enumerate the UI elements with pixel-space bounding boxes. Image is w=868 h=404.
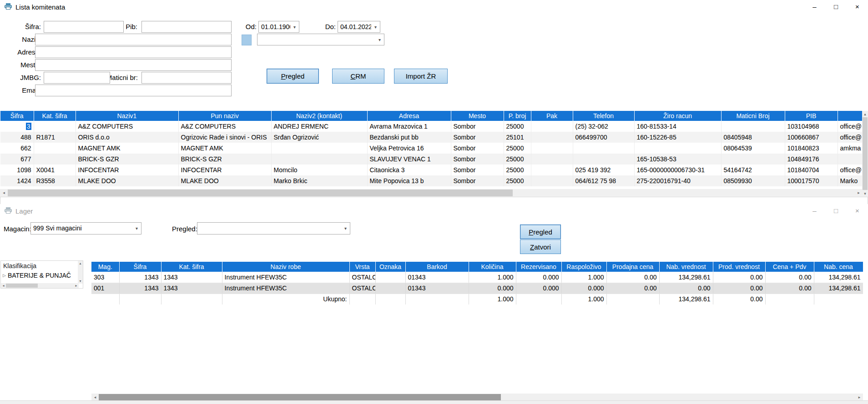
zatvori-button[interactable]: Zatvori bbox=[520, 239, 561, 254]
cell[interactable]: office@ bbox=[838, 165, 863, 175]
cell[interactable]: 677 bbox=[0, 154, 34, 165]
cell[interactable]: Sombor bbox=[451, 132, 504, 143]
column-header[interactable]: Nab. cena bbox=[814, 262, 863, 272]
cell[interactable] bbox=[634, 143, 721, 154]
column-header[interactable]: Nab. vrednost bbox=[659, 262, 713, 272]
vertical-scrollbar[interactable]: ▴ ▾ bbox=[862, 111, 868, 197]
cell[interactable] bbox=[34, 154, 76, 165]
column-header[interactable]: Prodajna cena bbox=[606, 262, 659, 272]
komitent-row[interactable]: 1424R3558MLAKE DOOMLAKE DOOMarko BrkicMi… bbox=[0, 175, 863, 186]
column-header[interactable]: Telefon bbox=[573, 111, 634, 121]
cell[interactable]: Marko Brkic bbox=[271, 175, 367, 186]
scroll-left-icon[interactable]: ◂ bbox=[1, 283, 6, 288]
naziv-input[interactable] bbox=[35, 34, 232, 45]
cell[interactable] bbox=[531, 175, 573, 186]
column-header[interactable]: Količina bbox=[469, 262, 516, 272]
cell[interactable]: Bezdanski put bb bbox=[367, 132, 451, 143]
cell[interactable]: 134,298.61 bbox=[814, 283, 863, 294]
cell[interactable]: INFOCENTAR bbox=[76, 165, 178, 175]
pib-input[interactable] bbox=[141, 21, 232, 33]
scroll-right-icon[interactable]: ▸ bbox=[855, 189, 863, 197]
cell[interactable]: Ogrizovic Rade i sinovi - ORIS bbox=[178, 132, 271, 143]
cell[interactable]: MAGNET AMK bbox=[178, 143, 271, 154]
cell[interactable]: Mite Popovica 13 b bbox=[367, 175, 451, 186]
cell[interactable]: MAGNET AMK bbox=[76, 143, 178, 154]
cell[interactable]: 1424 bbox=[0, 175, 34, 186]
column-header[interactable]: Kat. šifra bbox=[161, 262, 222, 272]
cell[interactable]: 001 bbox=[91, 283, 119, 294]
cell[interactable]: 160-15226-85 bbox=[634, 132, 721, 143]
cell[interactable]: 1098 bbox=[0, 165, 34, 175]
cell[interactable]: 08405948 bbox=[721, 132, 785, 143]
cell[interactable]: Citaonicka 3 bbox=[367, 165, 451, 175]
chevron-down-icon[interactable]: ▾ bbox=[132, 223, 141, 234]
horizontal-scrollbar[interactable]: ◂ ▸ bbox=[1, 283, 79, 288]
cell[interactable] bbox=[34, 121, 76, 132]
scroll-down-icon[interactable]: ▾ bbox=[862, 190, 868, 197]
chevron-down-icon[interactable]: ▾ bbox=[371, 21, 380, 32]
cell[interactable]: Sombor bbox=[451, 165, 504, 175]
chevron-down-icon[interactable]: ▾ bbox=[341, 223, 350, 234]
cell[interactable]: 54164742 bbox=[721, 165, 785, 175]
cell[interactable]: 0.00 bbox=[659, 283, 713, 294]
cell[interactable]: 25000 bbox=[504, 121, 531, 132]
tree-expand-icon[interactable]: ▷ bbox=[3, 273, 6, 278]
chevron-down-icon[interactable]: ▾ bbox=[375, 34, 384, 45]
lager-row[interactable]: 30313431343Instrument HFEW35COSTALO01343… bbox=[91, 272, 863, 283]
column-header[interactable]: Raspoloživo bbox=[561, 262, 606, 272]
minimize-icon[interactable]: – bbox=[804, 0, 825, 14]
cell[interactable]: Sombor bbox=[451, 121, 504, 132]
cell[interactable]: 165-10538-53 bbox=[634, 154, 721, 165]
naziv-filter-button[interactable] bbox=[242, 35, 252, 45]
close-icon[interactable]: × bbox=[847, 204, 868, 218]
cell[interactable]: 066499700 bbox=[573, 132, 634, 143]
cell[interactable]: 134,298.61 bbox=[814, 272, 863, 283]
cell[interactable] bbox=[34, 143, 76, 154]
maticni-input[interactable] bbox=[141, 72, 232, 84]
cell[interactable]: BRICK-S GZR bbox=[76, 154, 178, 165]
cell[interactable]: 064/612 75 98 bbox=[573, 175, 634, 186]
scrollbar-thumb[interactable] bbox=[8, 190, 513, 196]
column-header[interactable]: Šifra bbox=[119, 262, 161, 272]
cell[interactable]: Sombor bbox=[451, 175, 504, 186]
column-header[interactable]: Mag. bbox=[91, 262, 119, 272]
scrollbar-thumb[interactable] bbox=[99, 394, 501, 400]
komitent-row[interactable]: 488R1871ORIS d.o.oOgrizovic Rade i sinov… bbox=[0, 132, 863, 143]
cell[interactable] bbox=[531, 165, 573, 175]
cell[interactable]: 25000 bbox=[504, 143, 531, 154]
do-date-picker[interactable]: 04.01.2022 ▾ bbox=[338, 21, 380, 33]
column-header[interactable]: Kat. šifra bbox=[34, 111, 76, 121]
horizontal-scrollbar[interactable]: ◂ ▸ bbox=[0, 189, 863, 197]
cell[interactable]: 488 bbox=[0, 132, 34, 143]
column-header[interactable]: Mesto bbox=[451, 111, 504, 121]
cell[interactable]: 1343 bbox=[161, 283, 222, 294]
column-header[interactable] bbox=[838, 111, 863, 121]
column-header[interactable]: Šifra bbox=[0, 111, 34, 121]
cell[interactable] bbox=[375, 283, 405, 294]
cell[interactable]: OSTALO bbox=[349, 283, 375, 294]
crm-button[interactable]: CRM bbox=[332, 69, 384, 84]
cell[interactable]: 100660867 bbox=[785, 132, 838, 143]
scroll-right-icon[interactable]: ▸ bbox=[74, 283, 79, 288]
vertical-scrollbar[interactable]: ▴ ▾ bbox=[78, 261, 83, 284]
cell[interactable]: 01343 bbox=[405, 283, 469, 294]
maximize-icon[interactable]: □ bbox=[825, 0, 847, 14]
column-header[interactable]: Rezervisano bbox=[516, 262, 561, 272]
komitent-row[interactable]: 677BRICK-S GZRBRICK-S GZRSLAVUJEV VENAC … bbox=[0, 154, 863, 165]
cell[interactable]: 0.00 bbox=[765, 283, 814, 294]
cell[interactable]: 25000 bbox=[504, 154, 531, 165]
cell[interactable]: Srđan Ogrizović bbox=[271, 132, 367, 143]
cell[interactable]: 25000 bbox=[504, 175, 531, 186]
cell[interactable]: office@ bbox=[838, 121, 863, 132]
cell[interactable]: A&Z COMPUTERS bbox=[178, 121, 271, 132]
cell[interactable]: 025 419 392 bbox=[573, 165, 634, 175]
sifra-input[interactable] bbox=[44, 21, 124, 33]
cell[interactable]: 0.00 bbox=[713, 272, 765, 283]
cell[interactable]: ORIS d.o.o bbox=[76, 132, 178, 143]
cell[interactable]: 0.000 bbox=[561, 283, 606, 294]
column-header[interactable]: Naziv1 bbox=[76, 111, 178, 121]
scrollbar-thumb[interactable] bbox=[6, 284, 38, 288]
cell[interactable]: 0.000 bbox=[516, 283, 561, 294]
cell[interactable]: 0.000 bbox=[469, 283, 516, 294]
column-header[interactable]: Oznaka bbox=[375, 262, 405, 272]
